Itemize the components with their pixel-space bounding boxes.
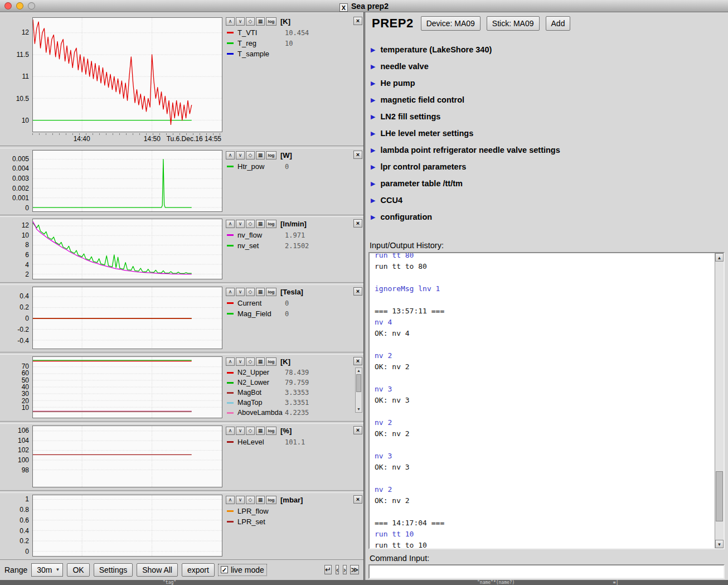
pan-down-button[interactable]: ∨ <box>236 151 245 159</box>
pan-up-button[interactable]: ∧ <box>226 151 235 159</box>
settings-button[interactable]: Settings <box>94 563 133 577</box>
export-button[interactable]: export <box>182 563 215 577</box>
pan-up-button[interactable]: ∧ <box>226 17 235 26</box>
expand-triangle-icon[interactable]: ▶ <box>371 63 375 70</box>
plot-area[interactable] <box>32 150 222 212</box>
pan-down-button[interactable]: ∨ <box>236 496 245 504</box>
section-row[interactable]: ▶ lpr control parameters <box>371 158 724 175</box>
history-nav-button[interactable]: ‹ <box>336 565 339 574</box>
pan-down-button[interactable]: ∨ <box>236 427 245 435</box>
grid-button[interactable]: ▦ <box>256 496 265 504</box>
grid-button[interactable]: ▦ <box>256 220 265 228</box>
close-plot-button[interactable]: × <box>353 287 362 296</box>
window-titlebar[interactable]: XSea prep2 <box>0 0 728 12</box>
log-scale-button[interactable]: log <box>266 17 276 26</box>
show-all-button[interactable]: Show All <box>137 563 178 577</box>
expand-triangle-icon[interactable]: ▶ <box>371 96 375 104</box>
expand-triangle-icon[interactable]: ▶ <box>371 147 375 154</box>
legend-series-row[interactable]: LPR_set <box>227 516 353 527</box>
plot-area[interactable] <box>32 17 222 132</box>
section-row[interactable]: ▶ LHe level meter settings <box>371 125 724 142</box>
section-row[interactable]: ▶ CCU4 <box>371 192 724 209</box>
autoscale-button[interactable]: ◇ <box>246 17 255 26</box>
legend-scrollbar[interactable]: ▲ ▼ <box>355 368 362 413</box>
pan-down-button[interactable]: ∨ <box>236 17 245 26</box>
log-scale-button[interactable]: log <box>266 496 276 504</box>
scroll-up-icon[interactable]: ▲ <box>715 253 724 262</box>
legend-series-row[interactable]: MagBot 3.3353 <box>227 388 353 398</box>
close-plot-button[interactable]: × <box>353 357 362 365</box>
autoscale-button[interactable]: ◇ <box>246 496 255 504</box>
legend-series-row[interactable]: nv_flow 1.971 <box>227 230 353 240</box>
legend-series-row[interactable]: T_reg 10 <box>227 38 353 49</box>
autoscale-button[interactable]: ◇ <box>246 220 255 228</box>
history-nav-button[interactable]: ↵ <box>324 565 332 574</box>
legend-series-row[interactable]: T_VTI 10.454 <box>227 27 353 38</box>
log-scale-button[interactable]: log <box>266 427 276 435</box>
close-plot-button[interactable]: × <box>353 495 362 504</box>
section-row[interactable]: ▶ configuration <box>371 209 724 225</box>
history-nav-button[interactable]: ≫ <box>350 565 359 574</box>
grid-button[interactable]: ▦ <box>256 151 265 159</box>
legend-series-row[interactable]: nv_set 2.1502 <box>227 240 353 251</box>
autoscale-button[interactable]: ◇ <box>246 357 255 366</box>
log-scale-button[interactable]: log <box>266 220 276 228</box>
legend-series-row[interactable]: Current 0 <box>227 298 353 308</box>
plot-area[interactable] <box>32 356 222 418</box>
expand-triangle-icon[interactable]: ▶ <box>371 46 375 54</box>
grid-button[interactable]: ▦ <box>256 288 265 296</box>
autoscale-button[interactable]: ◇ <box>246 288 255 296</box>
legend-series-row[interactable]: LPR_flow <box>227 506 353 516</box>
legend-series-row[interactable]: HeLevel 101.1 <box>227 437 353 447</box>
section-row[interactable]: ▶ LN2 fill settings <box>371 108 724 125</box>
legend-series-row[interactable]: MagTop 3.3351 <box>227 398 353 408</box>
legend-series-row[interactable]: T_sample <box>227 49 353 59</box>
plot-area[interactable] <box>32 495 222 557</box>
pan-up-button[interactable]: ∧ <box>226 288 235 296</box>
pan-up-button[interactable]: ∧ <box>226 427 235 435</box>
scrollbar-thumb[interactable] <box>356 374 361 392</box>
io-history-box[interactable]: run tt 80 run tt to 80 ignoreMsg lnv 1 =… <box>368 252 725 549</box>
scroll-down-icon[interactable]: ▼ <box>356 407 362 412</box>
legend-series-row[interactable]: Htr_pow 0 <box>227 161 353 172</box>
expand-triangle-icon[interactable]: ▶ <box>371 180 375 187</box>
section-row[interactable]: ▶ He pump <box>371 75 724 91</box>
command-input[interactable] <box>368 564 725 579</box>
plot-area[interactable] <box>32 287 222 349</box>
close-plot-button[interactable]: × <box>353 426 362 434</box>
scrollbar-thumb[interactable] <box>716 471 723 521</box>
expand-triangle-icon[interactable]: ▶ <box>371 130 375 137</box>
section-row[interactable]: ▶ temperature (LakeShore 340) <box>371 41 724 58</box>
autoscale-button[interactable]: ◇ <box>246 151 255 159</box>
pan-down-button[interactable]: ∨ <box>236 220 245 228</box>
section-row[interactable]: ▶ needle valve <box>371 58 724 75</box>
legend-series-row[interactable]: AboveLambda 4.2235 <box>227 408 353 418</box>
pan-down-button[interactable]: ∨ <box>236 357 245 366</box>
live-mode-toggle[interactable]: ✓ live mode <box>219 564 266 576</box>
grid-button[interactable]: ▦ <box>256 357 265 366</box>
expand-triangle-icon[interactable]: ▶ <box>371 80 375 87</box>
scroll-up-icon[interactable]: ▲ <box>356 368 362 374</box>
log-scale-button[interactable]: log <box>266 151 276 159</box>
expand-triangle-icon[interactable]: ▶ <box>371 163 375 171</box>
legend-series-row[interactable]: N2_Upper 78.439 <box>227 368 353 378</box>
pan-up-button[interactable]: ∧ <box>226 220 235 228</box>
grid-button[interactable]: ▦ <box>256 17 265 26</box>
range-select[interactable]: 30m ▼ <box>31 563 63 577</box>
grid-button[interactable]: ▦ <box>256 427 265 435</box>
scroll-down-icon[interactable]: ▼ <box>715 540 724 548</box>
section-row[interactable]: ▶ magnetic field control <box>371 91 724 108</box>
pan-up-button[interactable]: ∧ <box>226 496 235 504</box>
expand-triangle-icon[interactable]: ▶ <box>371 113 375 120</box>
stick-button[interactable]: Stick: MA09 <box>487 16 540 31</box>
log-scale-button[interactable]: log <box>266 357 276 366</box>
device-button[interactable]: Device: MA09 <box>421 16 481 31</box>
pan-down-button[interactable]: ∨ <box>236 288 245 296</box>
section-row[interactable]: ▶ lambda point refrigerator needle valve… <box>371 142 724 158</box>
legend-series-row[interactable]: N2_Lower 79.759 <box>227 378 353 388</box>
log-scale-button[interactable]: log <box>266 288 276 296</box>
ok-button[interactable]: OK <box>67 563 89 577</box>
plot-area[interactable] <box>32 219 222 279</box>
legend-series-row[interactable]: Mag_Field 0 <box>227 308 353 319</box>
expand-triangle-icon[interactable]: ▶ <box>371 214 375 221</box>
